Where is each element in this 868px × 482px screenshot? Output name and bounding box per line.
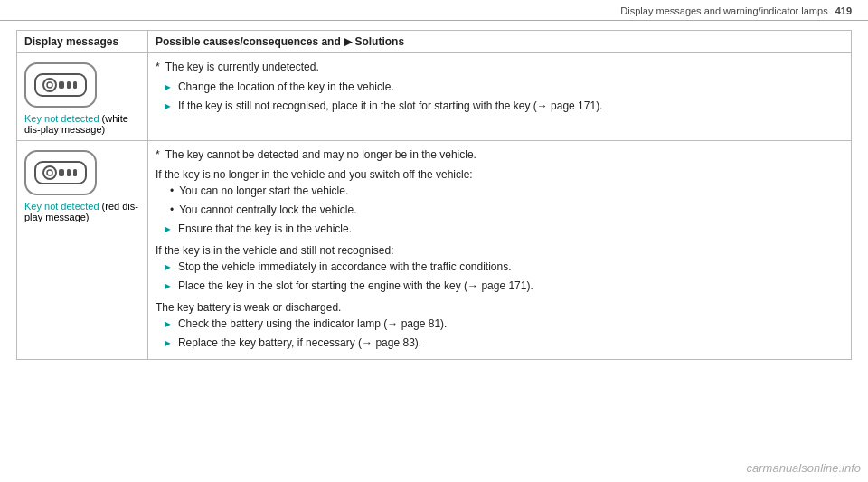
- row2-bullet-2: • You cannot centrally lock the vehicle.: [170, 202, 844, 218]
- svg-rect-11: [73, 169, 77, 176]
- row1-arrow-2: ► If the key is still not recognised, pl…: [163, 98, 844, 114]
- row2-arrow3-2: ► Replace the key battery, if necessary …: [163, 335, 844, 351]
- row1-intro: * The key is currently undetected.: [156, 59, 844, 75]
- svg-point-8: [47, 170, 52, 175]
- row2-arrow3-1: ► Check the battery using the indicator …: [163, 316, 844, 332]
- key-label-1: Key not detected (white dis-play message…: [24, 113, 140, 135]
- solutions-cell-2: * The key cannot be detected and may no …: [148, 141, 852, 360]
- key-label-link-2[interactable]: Key not detected: [24, 201, 99, 212]
- table-row: Key not detected (white dis-play message…: [17, 53, 852, 141]
- row2-intro: * The key cannot be detected and may no …: [156, 146, 844, 163]
- table-row: Key not detected (red dis-play message) …: [17, 141, 852, 360]
- row2-if-no-longer: If the key is no longer in the vehicle a…: [156, 166, 844, 183]
- key-label-link-1[interactable]: Key not detected: [24, 113, 99, 124]
- svg-rect-10: [67, 169, 71, 176]
- bullet-dot-1: •: [170, 183, 174, 199]
- arrow-icon-3: ►: [163, 222, 173, 237]
- main-table: Display messages Possible causes/consequ…: [16, 30, 852, 360]
- row2-battery-note: The key battery is weak or discharged.: [156, 299, 844, 316]
- page-number: 419: [835, 5, 852, 16]
- watermark: carmanualsonline.info: [747, 461, 861, 475]
- svg-point-1: [43, 79, 56, 91]
- display-cell-2: Key not detected (red dis-play message): [17, 141, 148, 360]
- arrow-icon-1: ►: [163, 80, 173, 95]
- key-icon-svg-2: [33, 156, 88, 189]
- arrow-icon-5: ►: [163, 279, 173, 294]
- bullet-dot-2: •: [170, 202, 174, 218]
- arrow-icon-2: ►: [163, 99, 173, 114]
- col1-header: Display messages: [17, 31, 148, 53]
- arrow-icon-6: ►: [163, 317, 173, 332]
- svg-rect-9: [59, 169, 64, 176]
- display-cell-1: Key not detected (white dis-play message…: [17, 53, 148, 141]
- svg-point-2: [47, 82, 52, 88]
- header-title: Display messages and warning/indicator l…: [620, 5, 827, 16]
- star-sym-1: *: [156, 59, 160, 75]
- svg-point-7: [43, 166, 56, 179]
- key-label-2: Key not detected (red dis-play message): [24, 201, 140, 222]
- page-header: Display messages and warning/indicator l…: [0, 0, 868, 21]
- key-icon-svg-1: [33, 69, 88, 101]
- col2-header: Possible causes/consequences and ▶ Solut…: [148, 31, 852, 53]
- key-icon-box-2: [24, 150, 97, 195]
- svg-rect-5: [73, 81, 77, 89]
- row2-arrow2-1: ► Stop the vehicle immediately in accord…: [163, 259, 844, 275]
- star-sym-2: *: [156, 146, 160, 163]
- row2-if-still: If the key is in the vehicle and still n…: [156, 242, 844, 259]
- row2-arrow2-2: ► Place the key in the slot for starting…: [163, 278, 844, 294]
- arrow-icon-4: ►: [163, 260, 173, 275]
- svg-rect-3: [59, 81, 64, 89]
- row1-arrow-1: ► Change the location of the key in the …: [163, 79, 844, 95]
- row2-arrow1: ► Ensure that the key is in the vehicle.: [163, 221, 844, 237]
- svg-rect-4: [67, 81, 71, 89]
- row2-bullet-1: • You can no longer start the vehicle.: [170, 183, 844, 199]
- arrow-icon-7: ►: [163, 336, 173, 351]
- solutions-cell-1: * The key is currently undetected. ► Cha…: [148, 53, 852, 141]
- key-icon-box-1: [24, 62, 97, 108]
